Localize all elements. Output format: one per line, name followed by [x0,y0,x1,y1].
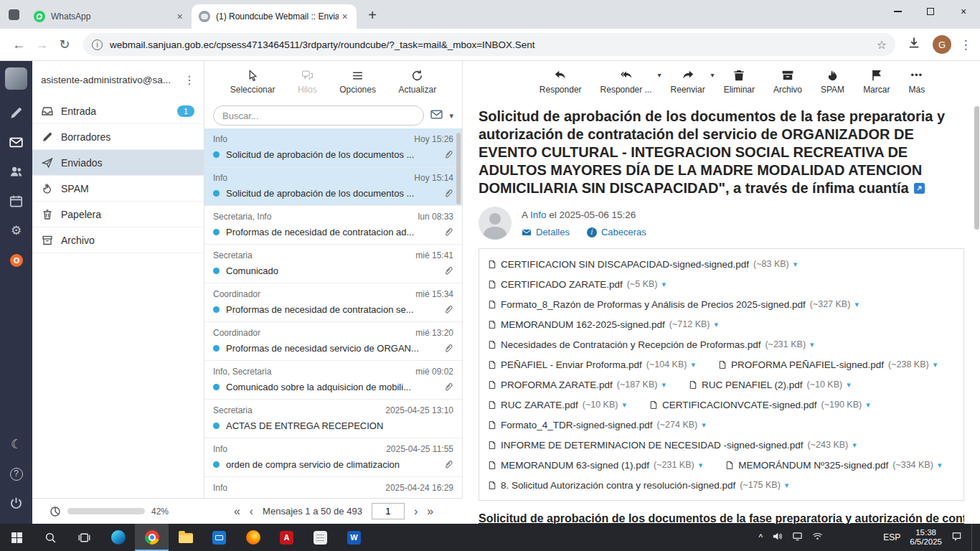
acrobat-icon[interactable]: A [270,524,303,551]
language-indicator[interactable]: ESP [883,532,900,542]
chrome-icon[interactable] [135,524,169,551]
mark-button[interactable]: Marcar [863,69,890,95]
message-row[interactable]: InfoHoy 15:14 Solicitud de aprobación de… [204,167,462,206]
account-menu-icon[interactable]: ⋮ [179,73,195,87]
attachment-chip[interactable]: Formato_4_TDR-signed-signed.pdf(~274 KB)… [488,420,706,430]
attachment-caret-icon[interactable]: ▾ [699,461,703,470]
office-app-icon[interactable] [303,524,337,551]
more-button[interactable]: ••• Más [908,69,925,95]
firefox-icon[interactable] [236,524,270,551]
window-minimize-button[interactable] [881,0,914,23]
attachment-caret-icon[interactable]: ▾ [691,360,695,369]
attachment-caret-icon[interactable]: ▾ [847,380,851,390]
attachment-caret-icon[interactable]: ▾ [622,400,626,410]
list-scrollbar[interactable] [456,133,461,204]
attachment-caret-icon[interactable]: ▾ [854,300,859,309]
cpanel-icon[interactable] [0,245,32,275]
reply-all-button[interactable]: Responder ... ▾ [600,69,652,95]
tab-whatsapp[interactable]: WhatsApp × [27,4,192,29]
page-input[interactable] [372,503,405,519]
threads-button[interactable]: Hilos [298,70,317,95]
window-close-button[interactable]: × [947,0,980,23]
message-row[interactable]: Info2025-04-25 11:55 orden de compra ser… [204,438,462,477]
show-desktop-button[interactable] [971,524,974,551]
headers-link[interactable]: i Cabeceras [587,227,646,237]
attachment-chip[interactable]: MEMORÁNDUM Nº325-signed.pdf(~334 KB)▾ [725,460,941,471]
delete-button[interactable]: Eliminar [724,69,755,95]
attachment-caret-icon[interactable]: ▾ [793,260,798,269]
message-row[interactable]: InfoHoy 15:26 Solicitud de aprobación de… [204,128,462,167]
message-row[interactable]: Secretariamié 15:41 Comunicado [204,245,462,283]
volume-icon[interactable] [772,531,783,545]
attachment-caret-icon[interactable]: ▾ [785,481,789,490]
attachment-caret-icon[interactable]: ▾ [938,461,942,470]
unread-dot[interactable] [213,229,220,235]
external-link-icon[interactable] [914,183,925,194]
mail-app-icon[interactable] [202,524,236,551]
unread-dot[interactable] [213,345,220,352]
unread-dot[interactable] [213,151,220,158]
attachment-chip[interactable]: CERTIFICACION SIN DISCAPACIDAD-signed-si… [488,259,797,270]
unread-dot[interactable] [213,190,220,197]
taskbar-clock[interactable]: 15:38 6/5/2025 [910,528,942,547]
settings-nav-icon[interactable]: ⚙ [0,216,32,245]
bookmark-star-icon[interactable]: ☆ [877,38,887,52]
attachment-chip[interactable]: RUC ZARATE.pdf(~10 KB)▾ [488,400,626,410]
folder-enviados[interactable]: Enviados [32,150,204,176]
browser-menu-icon[interactable]: ⋮ [958,37,973,52]
attachment-caret-icon[interactable]: ▾ [866,400,870,410]
unread-dot[interactable] [213,268,220,274]
tray-expand-icon[interactable]: ^ [759,532,763,542]
word-icon[interactable]: W [337,524,371,551]
unread-dot[interactable] [213,423,220,429]
search-input[interactable] [213,105,424,126]
reload-button[interactable]: ↻ [53,37,76,52]
new-tab-button[interactable]: + [362,5,382,25]
calendar-nav-icon[interactable] [0,187,32,216]
search-options-caret-icon[interactable]: ▾ [449,111,453,121]
recipient-link[interactable]: Info [530,209,547,220]
attachment-chip[interactable]: PROFORMA ZARATE.pdf(~187 KB)▾ [488,380,666,390]
tab-roundcube[interactable]: (1) Roundcube Webmail :: Envia × [192,4,357,29]
forward-button[interactable]: Reenviar ▾ [671,69,705,95]
window-maximize-button[interactable] [914,0,947,23]
attachment-chip[interactable]: MEMORANDUM 63-signed (1).pdf(~231 KB)▾ [488,460,702,471]
back-button[interactable]: ← [7,37,30,52]
first-page-button[interactable]: « [234,506,240,517]
attachment-caret-icon[interactable]: ▾ [702,420,706,430]
message-row[interactable]: Info2025-04-24 16:29 [204,477,462,498]
address-bar[interactable]: i ☆ [83,33,895,56]
tab-close-icon[interactable]: × [174,11,186,23]
attachment-chip[interactable]: Formato_8_Razón de Proformas y Análisis … [488,299,859,310]
unread-dot[interactable] [213,384,220,390]
attachment-chip[interactable]: PEÑAFIEL - Enviar Proforma.pdf(~104 KB)▾ [488,359,695,370]
reply-button[interactable]: Responder [540,69,582,95]
next-page-button[interactable]: › [414,506,418,517]
start-button[interactable] [0,524,34,551]
message-row[interactable]: Secretaria, Infolun 08:33 Proformas de n… [204,206,462,245]
select-button[interactable]: Seleccionar [230,70,275,95]
compose-button[interactable] [0,98,32,128]
attachment-chip[interactable]: RUC PENAFIEL (2).pdf(~10 KB)▾ [689,380,851,390]
attachment-chip[interactable]: INFORME DE DETERMINACION DE NECESIDAD -s… [488,440,857,451]
attachment-chip[interactable]: Necesidades de Contratación y Recepción … [488,339,814,350]
network-icon[interactable] [812,531,823,545]
tab-close-icon[interactable]: × [339,11,351,23]
folder-papelera[interactable]: Papelera [32,202,204,227]
spam-button[interactable]: SPAM [821,69,844,95]
archive-button[interactable]: Archivo [773,69,802,95]
folder-borradores[interactable]: Borradores [32,124,204,150]
refresh-button[interactable]: Actualizar [398,70,436,95]
prev-page-button[interactable]: ‹ [250,506,253,517]
attachment-caret-icon[interactable]: ▾ [714,320,718,329]
attachment-chip[interactable]: PROFORMA PEÑAFIEL-signed.pdf(~238 KB)▾ [718,359,937,370]
task-view-icon[interactable] [67,524,101,551]
display-icon[interactable] [792,531,803,545]
downloads-icon[interactable] [903,36,925,54]
content-scrollbar[interactable] [974,106,979,230]
taskbar-search-icon[interactable] [34,524,67,551]
mail-nav-icon[interactable] [0,128,32,157]
unread-dot[interactable] [213,306,220,313]
folder-archivo[interactable]: Archivo [32,227,204,253]
folder-entrada[interactable]: Entrada 1 [32,98,204,124]
